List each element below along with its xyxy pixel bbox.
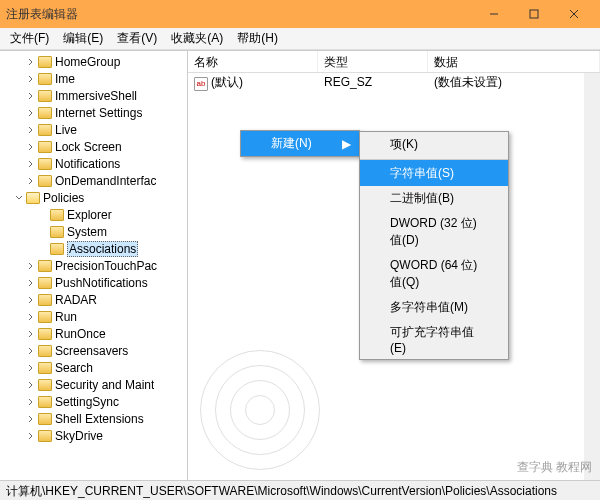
folder-icon xyxy=(38,345,52,357)
folder-icon xyxy=(50,209,64,221)
folder-icon xyxy=(38,396,52,408)
menu-favorites[interactable]: 收藏夹(A) xyxy=(165,28,229,49)
chevron-right-icon xyxy=(26,380,36,390)
tree-item-label: Live xyxy=(55,123,77,137)
tree-view[interactable]: HomeGroupImeImmersiveShellInternet Setti… xyxy=(0,51,188,480)
tree-item[interactable]: Policies xyxy=(0,189,187,206)
tree-item[interactable]: ImmersiveShell xyxy=(0,87,187,104)
context-new-label: 新建(N) xyxy=(271,136,312,150)
tree-item-label: Ime xyxy=(55,72,75,86)
folder-icon xyxy=(38,56,52,68)
row-type-cell: REG_SZ xyxy=(318,74,428,90)
folder-icon xyxy=(38,311,52,323)
tree-item[interactable]: PushNotifications xyxy=(0,274,187,291)
folder-icon xyxy=(38,73,52,85)
maximize-button[interactable] xyxy=(514,0,554,28)
folder-icon xyxy=(38,175,52,187)
folder-icon xyxy=(38,413,52,425)
column-data[interactable]: 数据 xyxy=(428,51,600,72)
tree-item[interactable]: Lock Screen xyxy=(0,138,187,155)
tree-item[interactable]: Screensavers xyxy=(0,342,187,359)
tree-item-label: PrecisionTouchPac xyxy=(55,259,157,273)
tree-item[interactable]: OnDemandInterfac xyxy=(0,172,187,189)
tree-item-label: Internet Settings xyxy=(55,106,142,120)
tree-item-label: Explorer xyxy=(67,208,112,222)
folder-icon xyxy=(38,90,52,102)
list-header: 名称 类型 数据 xyxy=(188,51,600,73)
submenu[interactable]: 项(K)字符串值(S)二进制值(B)DWORD (32 位)值(D)QWORD … xyxy=(359,131,509,360)
tree-item-label: Security and Maint xyxy=(55,378,154,392)
tree-item[interactable]: Associations xyxy=(0,240,187,257)
tree-item[interactable]: Live xyxy=(0,121,187,138)
column-name[interactable]: 名称 xyxy=(188,51,318,72)
column-type[interactable]: 类型 xyxy=(318,51,428,72)
menu-help[interactable]: 帮助(H) xyxy=(231,28,284,49)
tree-item-label: Policies xyxy=(43,191,84,205)
row-data-cell: (数值未设置) xyxy=(428,73,600,92)
chevron-right-icon xyxy=(26,108,36,118)
folder-icon xyxy=(38,328,52,340)
chevron-right-icon xyxy=(26,142,36,152)
folder-icon xyxy=(38,124,52,136)
window-title: 注册表编辑器 xyxy=(6,6,474,23)
tree-item-label: HomeGroup xyxy=(55,55,120,69)
tree-item[interactable]: Security and Maint xyxy=(0,376,187,393)
tree-item[interactable]: Internet Settings xyxy=(0,104,187,121)
tree-item[interactable]: Run xyxy=(0,308,187,325)
folder-icon xyxy=(50,243,64,255)
tree-item-label: Lock Screen xyxy=(55,140,122,154)
submenu-item[interactable]: 项(K) xyxy=(360,132,508,157)
tree-item[interactable]: System xyxy=(0,223,187,240)
chevron-right-icon xyxy=(26,312,36,322)
submenu-item[interactable]: 字符串值(S) xyxy=(360,159,508,186)
submenu-item[interactable]: 可扩充字符串值(E) xyxy=(360,320,508,359)
folder-icon xyxy=(38,141,52,153)
tree-item-label: Shell Extensions xyxy=(55,412,144,426)
chevron-right-icon xyxy=(26,278,36,288)
folder-icon xyxy=(38,294,52,306)
submenu-item[interactable]: 二进制值(B) xyxy=(360,186,508,211)
submenu-item[interactable]: 多字符串值(M) xyxy=(360,295,508,320)
tree-item-label: RADAR xyxy=(55,293,97,307)
row-name: (默认) xyxy=(211,75,243,89)
submenu-item[interactable]: DWORD (32 位)值(D) xyxy=(360,211,508,253)
tree-item[interactable]: Shell Extensions xyxy=(0,410,187,427)
tree-item[interactable]: RunOnce xyxy=(0,325,187,342)
menu-view[interactable]: 查看(V) xyxy=(111,28,163,49)
minimize-button[interactable] xyxy=(474,0,514,28)
tree-item-label: Run xyxy=(55,310,77,324)
menu-file[interactable]: 文件(F) xyxy=(4,28,55,49)
tree-item[interactable]: SkyDrive xyxy=(0,427,187,444)
tree-item[interactable]: Notifications xyxy=(0,155,187,172)
menu-edit[interactable]: 编辑(E) xyxy=(57,28,109,49)
tree-item[interactable]: SettingSync xyxy=(0,393,187,410)
tree-item-label: PushNotifications xyxy=(55,276,148,290)
scrollbar[interactable] xyxy=(584,73,600,480)
tree-item[interactable]: HomeGroup xyxy=(0,53,187,70)
list-row[interactable]: ab(默认) REG_SZ (数值未设置) xyxy=(188,73,600,91)
chevron-right-icon xyxy=(26,261,36,271)
chevron-right-icon xyxy=(26,57,36,67)
svg-rect-1 xyxy=(530,10,538,18)
chevron-right-icon xyxy=(26,363,36,373)
context-new[interactable]: 新建(N) ▶ xyxy=(241,131,359,156)
tree-item-label: System xyxy=(67,225,107,239)
tree-item[interactable]: RADAR xyxy=(0,291,187,308)
tree-item-label: Screensavers xyxy=(55,344,128,358)
tree-item-label: ImmersiveShell xyxy=(55,89,137,103)
chevron-right-icon xyxy=(26,91,36,101)
tree-item-label: SkyDrive xyxy=(55,429,103,443)
submenu-item[interactable]: QWORD (64 位)值(Q) xyxy=(360,253,508,295)
tree-item[interactable]: Ime xyxy=(0,70,187,87)
folder-icon xyxy=(26,192,40,204)
chevron-right-icon xyxy=(26,176,36,186)
titlebar: 注册表编辑器 xyxy=(0,0,600,28)
context-menu[interactable]: 新建(N) ▶ 项(K)字符串值(S)二进制值(B)DWORD (32 位)值(… xyxy=(240,130,360,157)
folder-icon xyxy=(38,158,52,170)
tree-item[interactable]: Search xyxy=(0,359,187,376)
tree-item[interactable]: Explorer xyxy=(0,206,187,223)
chevron-right-icon xyxy=(26,346,36,356)
close-button[interactable] xyxy=(554,0,594,28)
tree-item[interactable]: PrecisionTouchPac xyxy=(0,257,187,274)
content-area: HomeGroupImeImmersiveShellInternet Setti… xyxy=(0,50,600,480)
